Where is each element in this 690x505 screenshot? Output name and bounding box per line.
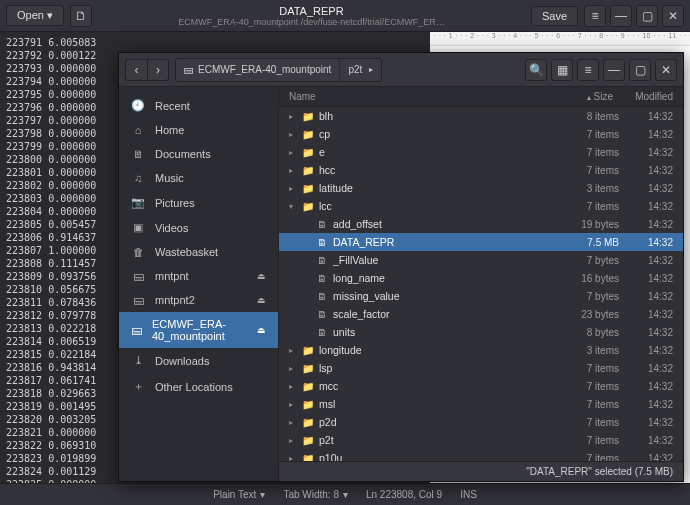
sidebar-item-ecmwf-era-40-mountpoint[interactable]: 🖴ECMWF_ERA-40_mountpoint⏏ [119, 312, 278, 348]
status-insert-mode[interactable]: INS [460, 489, 477, 500]
expand-icon[interactable]: ▸ [289, 130, 301, 139]
folder-row[interactable]: ▾📁lcc7 items14:32 [279, 197, 683, 215]
sidebar-item-mntpnt[interactable]: 🖴mntpnt⏏ [119, 264, 278, 288]
file-row[interactable]: 🗎units8 bytes14:32 [279, 323, 683, 341]
sidebar-item-label: Wastebasket [155, 246, 218, 258]
file-name: latitude [319, 182, 549, 194]
file-manager-header: ‹ › 🖴 ECMWF_ERA-40_mountpoint p2t ▸ 🔍 ▦ … [119, 53, 683, 87]
file-row[interactable]: 🗎DATA_REPR7.5 MB14:32 [279, 233, 683, 251]
eject-icon[interactable]: ⏏ [257, 325, 266, 335]
sidebar-item-label: ECMWF_ERA-40_mountpoint [152, 318, 247, 342]
search-button[interactable]: 🔍 [525, 59, 547, 81]
file-row[interactable]: 🗎long_name16 bytes14:32 [279, 269, 683, 287]
expand-icon[interactable]: ▸ [289, 112, 301, 121]
file-modified: 14:32 [619, 219, 673, 230]
minimize-button[interactable]: — [610, 5, 632, 27]
folder-row[interactable]: ▸📁mcc7 items14:32 [279, 377, 683, 395]
file-modified: 14:32 [619, 417, 673, 428]
expand-icon[interactable]: ▸ [289, 184, 301, 193]
status-tab-width[interactable]: Tab Width: 8 ▾ [283, 489, 348, 500]
chevron-down-icon: ▾ [47, 9, 53, 21]
column-headers[interactable]: Name ▴ Size Modified [279, 87, 683, 107]
folder-row[interactable]: ▸📁lsp7 items14:32 [279, 359, 683, 377]
folder-row[interactable]: ▸📁e7 items14:32 [279, 143, 683, 161]
sidebar-item-recent[interactable]: 🕘Recent [119, 93, 278, 118]
sidebar-item-other-locations[interactable]: ＋Other Locations [119, 373, 278, 400]
expand-icon[interactable]: ▸ [289, 418, 301, 427]
folder-row[interactable]: ▸📁latitude3 items14:32 [279, 179, 683, 197]
folder-icon: 📁 [301, 417, 315, 428]
view-grid-button[interactable]: ▦ [551, 59, 573, 81]
expand-icon[interactable]: ▸ [289, 346, 301, 355]
close-button[interactable]: ✕ [655, 59, 677, 81]
sidebar-icon: 📷 [131, 196, 145, 209]
file-manager-sidebar: 🕘Recent⌂Home🗎Documents♫Music📷Pictures▣Vi… [119, 87, 279, 481]
file-modified: 14:32 [619, 147, 673, 158]
folder-row[interactable]: ▸📁p2t7 items14:32 [279, 431, 683, 449]
sidebar-item-label: Videos [155, 222, 188, 234]
expand-icon[interactable]: ▸ [289, 382, 301, 391]
file-name: longitude [319, 344, 549, 356]
folder-row[interactable]: ▸📁blh8 items14:32 [279, 107, 683, 125]
sidebar-item-label: mntpnt [155, 270, 189, 282]
file-row[interactable]: 🗎missing_value7 bytes14:32 [279, 287, 683, 305]
path-bar[interactable]: 🖴 ECMWF_ERA-40_mountpoint p2t ▸ [175, 58, 382, 82]
expand-icon[interactable]: ▸ [289, 364, 301, 373]
sidebar-item-mntpnt2[interactable]: 🖴mntpnt2⏏ [119, 288, 278, 312]
file-modified: 14:32 [619, 435, 673, 446]
close-button[interactable]: ✕ [662, 5, 684, 27]
file-modified: 14:32 [619, 273, 673, 284]
file-modified: 14:32 [619, 363, 673, 374]
file-icon: 🗎 [315, 291, 329, 302]
file-name: missing_value [333, 290, 549, 302]
sidebar-item-wastebasket[interactable]: 🗑Wastebasket [119, 240, 278, 264]
folder-row[interactable]: ▸📁p10u7 items14:32 [279, 449, 683, 461]
path-segment-current[interactable]: p2t ▸ [340, 59, 381, 81]
folder-icon: 📁 [301, 147, 315, 158]
maximize-button[interactable]: ▢ [629, 59, 651, 81]
sidebar-item-home[interactable]: ⌂Home [119, 118, 278, 142]
file-list[interactable]: ▸📁blh8 items14:32▸📁cp7 items14:32▸📁e7 it… [279, 107, 683, 461]
sidebar-icon: ♫ [131, 172, 145, 184]
status-language[interactable]: Plain Text ▾ [213, 489, 265, 500]
eject-icon[interactable]: ⏏ [257, 295, 266, 305]
hamburger-menu-button[interactable]: ≡ [577, 59, 599, 81]
file-row[interactable]: 🗎add_offset19 bytes14:32 [279, 215, 683, 233]
sidebar-item-music[interactable]: ♫Music [119, 166, 278, 190]
new-doc-button[interactable]: 🗋 [70, 5, 92, 27]
folder-row[interactable]: ▸📁hcc7 items14:32 [279, 161, 683, 179]
folder-row[interactable]: ▸📁longitude3 items14:32 [279, 341, 683, 359]
minimize-button[interactable]: — [603, 59, 625, 81]
save-button[interactable]: Save [531, 6, 578, 26]
nav-forward-button[interactable]: › [147, 59, 169, 81]
eject-icon[interactable]: ⏏ [257, 271, 266, 281]
col-name[interactable]: Name [289, 91, 543, 102]
expand-icon[interactable]: ▾ [289, 202, 301, 211]
file-size: 7 items [549, 129, 619, 140]
folder-row[interactable]: ▸📁p2d7 items14:32 [279, 413, 683, 431]
file-size: 7 items [549, 399, 619, 410]
col-size[interactable]: ▴ Size [543, 91, 613, 102]
expand-icon[interactable]: ▸ [289, 436, 301, 445]
path-segment-root[interactable]: 🖴 ECMWF_ERA-40_mountpoint [176, 59, 340, 81]
nav-back-button[interactable]: ‹ [125, 59, 147, 81]
expand-icon[interactable]: ▸ [289, 166, 301, 175]
sidebar-item-downloads[interactable]: ⤓Downloads [119, 348, 278, 373]
expand-icon[interactable]: ▸ [289, 148, 301, 157]
expand-icon[interactable]: ▸ [289, 454, 301, 462]
expand-icon[interactable]: ▸ [289, 400, 301, 409]
folder-row[interactable]: ▸📁cp7 items14:32 [279, 125, 683, 143]
hamburger-menu-button[interactable]: ≡ [584, 5, 606, 27]
file-name: msl [319, 398, 549, 410]
sidebar-item-documents[interactable]: 🗎Documents [119, 142, 278, 166]
sidebar-item-pictures[interactable]: 📷Pictures [119, 190, 278, 215]
file-row[interactable]: 🗎scale_factor23 bytes14:32 [279, 305, 683, 323]
col-modified[interactable]: Modified [613, 91, 673, 102]
folder-row[interactable]: ▸📁msl7 items14:32 [279, 395, 683, 413]
file-row[interactable]: 🗎_FillValue7 bytes14:32 [279, 251, 683, 269]
maximize-button[interactable]: ▢ [636, 5, 658, 27]
open-button[interactable]: Open ▾ [6, 5, 64, 26]
sidebar-item-videos[interactable]: ▣Videos [119, 215, 278, 240]
ruler: · · · 1 · · · 2 · · · 3 · · · 4 · · · 5 … [430, 32, 690, 46]
sidebar-icon: 🖴 [131, 270, 145, 282]
